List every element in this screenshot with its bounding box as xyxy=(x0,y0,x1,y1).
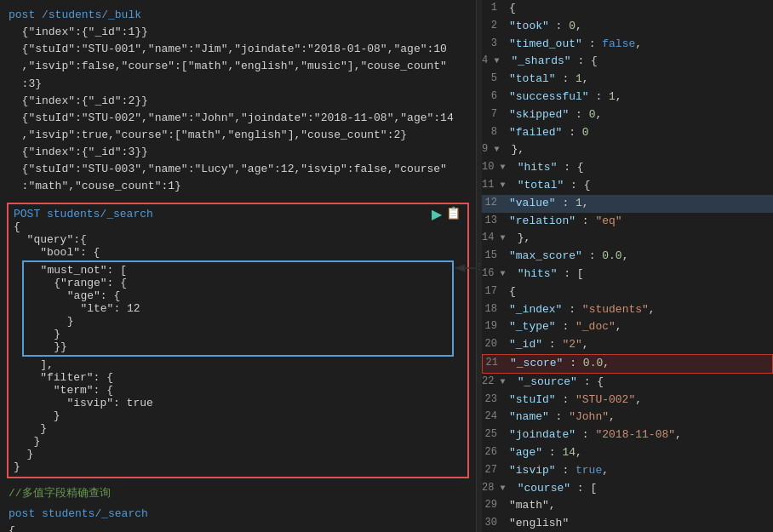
bulk-line-9: {"stuId":"STU-003","name":"Lucy","age":1… xyxy=(9,161,467,178)
line-number-20: 20 xyxy=(482,336,506,352)
search-url: POST students/_search xyxy=(14,208,153,220)
bulk-line-4: :3} xyxy=(9,76,467,93)
comma-close: ], xyxy=(14,358,462,371)
close-query: } xyxy=(14,448,462,460)
bulk-line-7: ,"isvip":true,"course":["math","english"… xyxy=(9,127,467,144)
comment-multival: //多值字段精确查询 xyxy=(0,482,476,502)
line-content-18: "_index" : "students", xyxy=(506,301,773,319)
right-line-12: 12 "value" : 1, xyxy=(482,195,773,213)
range-line: {"range": { xyxy=(27,277,449,289)
bulk-line-1: {"index":{"_id":1}} xyxy=(9,24,467,41)
line-content-27: "isvip" : true, xyxy=(506,462,773,480)
right-line-20: 20 "_id" : "2", xyxy=(482,336,773,354)
line-content-19: "_type" : "_doc", xyxy=(506,318,773,336)
line-content-13: "relation" : "eq" xyxy=(506,213,773,231)
right-line-5: 5 "total" : 1, xyxy=(482,71,773,89)
run-button[interactable]: ▶ xyxy=(432,206,442,222)
line-number-26: 26 xyxy=(482,444,506,460)
right-line-27: 27 "isvip" : true, xyxy=(482,462,773,480)
close-filter: } xyxy=(14,422,462,435)
post2-section: post students/_search { "profile":true, … xyxy=(0,502,476,532)
line-number-28: 28 ▼ xyxy=(482,480,514,496)
line-content-23: "stuId" : "STU-002", xyxy=(506,392,773,409)
close-age: } xyxy=(27,315,449,328)
line-content-8: "failed" : 0 xyxy=(506,124,773,142)
line-number-12: 12 xyxy=(482,195,506,211)
bulk-line-5: {"index":{"_id":2}} xyxy=(9,93,467,110)
search-line-2: "query":{ xyxy=(14,233,462,246)
right-line-30: 30 "english" xyxy=(482,515,773,532)
close-term: } xyxy=(14,409,462,422)
close-root: } xyxy=(14,460,462,473)
bulk-line-2: {"stuId":"STU-001","name":"Jim","joindat… xyxy=(9,41,467,58)
right-code-area: 1{2 "took" : 0,3 "timed_out" : false,4 ▼… xyxy=(482,0,773,532)
right-line-16: 16 ▼ "hits" : [ xyxy=(482,266,773,283)
line-content-12: "value" : 1, xyxy=(506,195,773,213)
copy-button[interactable]: 📋 xyxy=(446,206,461,220)
right-line-14: 14 ▼ }, xyxy=(482,230,773,248)
right-line-26: 26 "age" : 14, xyxy=(482,444,773,462)
line-number-29: 29 xyxy=(482,497,506,513)
line-number-1: 1 xyxy=(482,0,506,16)
term-line: "term": { xyxy=(14,384,462,397)
line-number-18: 18 xyxy=(482,301,506,317)
line-number-27: 27 xyxy=(482,462,506,478)
right-line-7: 7 "skipped" : 0, xyxy=(482,106,773,124)
line-number-19: 19 xyxy=(482,318,506,335)
right-line-23: 23 "stuId" : "STU-002", xyxy=(482,392,773,409)
bulk-url: post /students/_bulk xyxy=(9,7,467,24)
age-line: "age": { xyxy=(27,289,449,302)
line-content-11: "total" : { xyxy=(514,177,773,195)
line-number-9: 9 ▼ xyxy=(482,141,507,157)
search-block: POST students/_search ▶ 📋 { "query":{ "b… xyxy=(7,203,469,478)
line-content-22: "_source" : { xyxy=(514,374,773,392)
line-number-3: 3 xyxy=(482,36,506,52)
line-number-22: 22 ▼ xyxy=(482,374,514,390)
right-line-13: 13 "relation" : "eq" xyxy=(482,213,773,231)
post2-url: post students/_search xyxy=(9,506,467,523)
right-line-1: 1{ xyxy=(482,0,773,18)
right-line-29: 29 "math", xyxy=(482,497,773,515)
close-bool: } xyxy=(14,435,462,448)
lte-line: "lte": 12 xyxy=(27,302,449,315)
search-line-1: { xyxy=(14,220,462,233)
bulk-line-8: {"index":{"_id":3}} xyxy=(9,144,467,161)
line-content-16: "hits" : [ xyxy=(514,266,773,283)
line-content-21: "_score" : 0.0, xyxy=(507,355,772,373)
right-line-18: 18 "_index" : "students", xyxy=(482,301,773,319)
filter-line: "filter": { xyxy=(14,371,462,384)
line-number-6: 6 xyxy=(482,89,506,105)
line-number-13: 13 xyxy=(482,213,506,229)
right-line-22: 22 ▼ "_source" : { xyxy=(482,374,773,392)
line-number-10: 10 ▼ xyxy=(482,159,514,175)
right-line-17: 17 { xyxy=(482,283,773,301)
right-line-8: 8 "failed" : 0 xyxy=(482,124,773,142)
isvip-line: "isvip": true xyxy=(14,397,462,409)
bulk-section: post /students/_bulk {"index":{"_id":1}}… xyxy=(0,3,476,199)
left-panel: post /students/_bulk {"index":{"_id":1}}… xyxy=(0,0,477,532)
line-content-14: }, xyxy=(514,230,773,248)
line-content-3: "timed_out" : false, xyxy=(506,36,773,54)
right-line-11: 11 ▼ "total" : { xyxy=(482,177,773,195)
line-number-2: 2 xyxy=(482,18,506,34)
line-content-7: "skipped" : 0, xyxy=(506,106,773,124)
close-mustnot-obj: }} xyxy=(27,340,449,353)
line-number-21: 21 xyxy=(483,355,507,371)
line-content-24: "name" : "John", xyxy=(506,409,773,426)
line-number-25: 25 xyxy=(482,426,506,443)
search-line-3: "bool": { xyxy=(14,246,462,259)
line-number-5: 5 xyxy=(482,71,506,87)
right-panel: 1{2 "took" : 0,3 "timed_out" : false,4 ▼… xyxy=(482,0,773,532)
right-line-24: 24 "name" : "John", xyxy=(482,409,773,426)
line-content-17: { xyxy=(506,283,773,301)
line-content-15: "max_score" : 0.0, xyxy=(506,248,773,266)
line-content-10: "hits" : { xyxy=(514,159,773,177)
line-number-30: 30 xyxy=(482,515,506,531)
line-content-9: }, xyxy=(507,141,773,159)
right-line-19: 19 "_type" : "_doc", xyxy=(482,318,773,336)
line-content-5: "total" : 1, xyxy=(506,71,773,89)
line-number-8: 8 xyxy=(482,124,506,140)
bulk-line-6: {"stuId":"STU-002","name":"John","joinda… xyxy=(9,110,467,127)
line-content-20: "_id" : "2", xyxy=(506,336,773,354)
line-number-17: 17 xyxy=(482,283,506,300)
